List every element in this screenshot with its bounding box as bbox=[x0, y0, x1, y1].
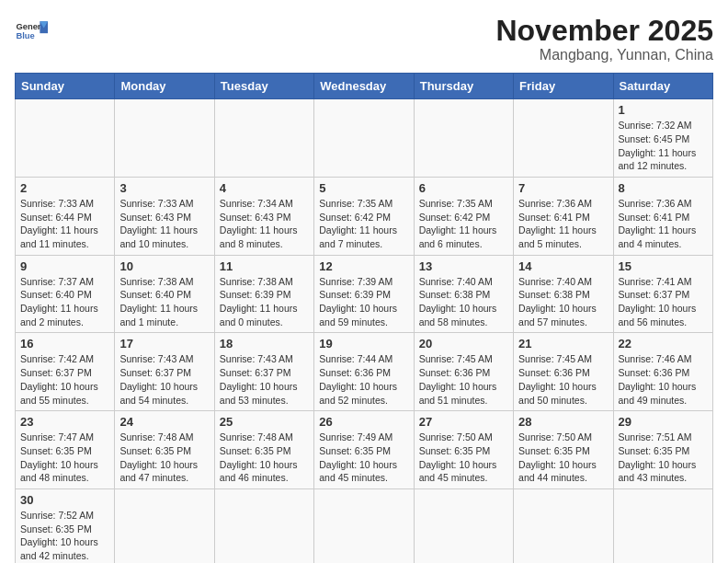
title-block: November 2025 Mangbang, Yunnan, China bbox=[495, 15, 713, 63]
calendar-cell bbox=[314, 488, 414, 563]
calendar-header-row: SundayMondayTuesdayWednesdayThursdayFrid… bbox=[16, 74, 713, 99]
day-number: 14 bbox=[518, 259, 608, 273]
calendar-cell: 6Sunrise: 7:35 AMSunset: 6:42 PMDaylight… bbox=[414, 177, 513, 255]
calendar-cell bbox=[115, 99, 214, 178]
calendar-cell bbox=[115, 488, 214, 563]
day-number: 29 bbox=[619, 415, 708, 429]
calendar-table: SundayMondayTuesdayWednesdayThursdayFrid… bbox=[15, 73, 713, 563]
page-header: General Blue November 2025 Mangbang, Yun… bbox=[15, 15, 713, 63]
calendar-cell: 4Sunrise: 7:34 AMSunset: 6:43 PMDaylight… bbox=[214, 177, 313, 255]
day-number: 24 bbox=[119, 415, 209, 429]
day-number: 2 bbox=[20, 181, 109, 195]
day-info: Sunrise: 7:50 AMSunset: 6:35 PMDaylight:… bbox=[419, 431, 508, 485]
calendar-cell bbox=[414, 99, 513, 178]
calendar-cell bbox=[314, 99, 414, 178]
day-number: 3 bbox=[119, 181, 209, 195]
day-number: 17 bbox=[119, 337, 209, 350]
day-info: Sunrise: 7:48 AMSunset: 6:35 PMDaylight:… bbox=[220, 431, 309, 485]
day-info: Sunrise: 7:33 AMSunset: 6:44 PMDaylight:… bbox=[20, 197, 109, 251]
day-info: Sunrise: 7:46 AMSunset: 6:36 PMDaylight:… bbox=[619, 352, 708, 407]
calendar-cell: 11Sunrise: 7:38 AMSunset: 6:39 PMDayligh… bbox=[214, 255, 313, 333]
day-number: 27 bbox=[419, 415, 508, 429]
day-number: 8 bbox=[619, 181, 708, 195]
calendar-cell: 23Sunrise: 7:47 AMSunset: 6:35 PMDayligh… bbox=[16, 411, 115, 489]
calendar-cell: 20Sunrise: 7:45 AMSunset: 6:36 PMDayligh… bbox=[414, 333, 513, 411]
calendar-cell: 18Sunrise: 7:43 AMSunset: 6:37 PMDayligh… bbox=[214, 333, 313, 411]
day-number: 7 bbox=[518, 181, 608, 195]
calendar-day-header: Wednesday bbox=[314, 74, 414, 99]
day-info: Sunrise: 7:51 AMSunset: 6:35 PMDaylight:… bbox=[619, 431, 708, 485]
calendar-cell: 7Sunrise: 7:36 AMSunset: 6:41 PMDaylight… bbox=[514, 177, 613, 255]
day-info: Sunrise: 7:35 AMSunset: 6:42 PMDaylight:… bbox=[319, 197, 408, 251]
calendar-cell: 12Sunrise: 7:39 AMSunset: 6:39 PMDayligh… bbox=[314, 255, 414, 333]
day-number: 11 bbox=[220, 259, 309, 273]
day-number: 5 bbox=[319, 181, 408, 195]
day-info: Sunrise: 7:45 AMSunset: 6:36 PMDaylight:… bbox=[419, 352, 508, 407]
calendar-cell: 19Sunrise: 7:44 AMSunset: 6:36 PMDayligh… bbox=[314, 333, 414, 411]
day-info: Sunrise: 7:39 AMSunset: 6:39 PMDaylight:… bbox=[319, 275, 408, 329]
calendar-cell: 22Sunrise: 7:46 AMSunset: 6:36 PMDayligh… bbox=[613, 333, 712, 411]
calendar-week-row: 30Sunrise: 7:52 AMSunset: 6:35 PMDayligh… bbox=[16, 488, 713, 563]
calendar-cell bbox=[214, 99, 313, 178]
day-number: 25 bbox=[220, 415, 309, 429]
calendar-week-row: 2Sunrise: 7:33 AMSunset: 6:44 PMDaylight… bbox=[16, 177, 713, 255]
day-info: Sunrise: 7:35 AMSunset: 6:42 PMDaylight:… bbox=[419, 197, 508, 251]
calendar-cell: 28Sunrise: 7:50 AMSunset: 6:35 PMDayligh… bbox=[514, 411, 613, 489]
calendar-cell bbox=[16, 99, 115, 178]
calendar-cell: 16Sunrise: 7:42 AMSunset: 6:37 PMDayligh… bbox=[16, 333, 115, 411]
day-number: 22 bbox=[619, 337, 708, 350]
day-number: 12 bbox=[319, 259, 408, 273]
day-number: 23 bbox=[20, 415, 109, 429]
calendar-cell bbox=[214, 488, 313, 563]
calendar-cell: 26Sunrise: 7:49 AMSunset: 6:35 PMDayligh… bbox=[314, 411, 414, 489]
calendar-week-row: 1Sunrise: 7:32 AMSunset: 6:45 PMDaylight… bbox=[16, 99, 713, 178]
day-info: Sunrise: 7:36 AMSunset: 6:41 PMDaylight:… bbox=[518, 197, 608, 251]
day-info: Sunrise: 7:48 AMSunset: 6:35 PMDaylight:… bbox=[119, 431, 209, 485]
day-info: Sunrise: 7:40 AMSunset: 6:38 PMDaylight:… bbox=[518, 275, 608, 329]
calendar-cell: 14Sunrise: 7:40 AMSunset: 6:38 PMDayligh… bbox=[514, 255, 613, 333]
day-info: Sunrise: 7:49 AMSunset: 6:35 PMDaylight:… bbox=[319, 431, 408, 485]
day-info: Sunrise: 7:38 AMSunset: 6:40 PMDaylight:… bbox=[119, 275, 209, 329]
calendar-day-header: Thursday bbox=[414, 74, 513, 99]
day-info: Sunrise: 7:32 AMSunset: 6:45 PMDaylight:… bbox=[619, 119, 708, 173]
calendar-cell: 30Sunrise: 7:52 AMSunset: 6:35 PMDayligh… bbox=[16, 488, 115, 563]
calendar-cell: 25Sunrise: 7:48 AMSunset: 6:35 PMDayligh… bbox=[214, 411, 313, 489]
calendar-week-row: 16Sunrise: 7:42 AMSunset: 6:37 PMDayligh… bbox=[16, 333, 713, 411]
calendar-day-header: Saturday bbox=[613, 74, 712, 99]
day-number: 16 bbox=[20, 337, 109, 350]
day-number: 26 bbox=[319, 415, 408, 429]
day-info: Sunrise: 7:34 AMSunset: 6:43 PMDaylight:… bbox=[220, 197, 309, 251]
day-info: Sunrise: 7:41 AMSunset: 6:37 PMDaylight:… bbox=[619, 275, 708, 329]
day-info: Sunrise: 7:33 AMSunset: 6:43 PMDaylight:… bbox=[119, 197, 209, 251]
calendar-cell: 9Sunrise: 7:37 AMSunset: 6:40 PMDaylight… bbox=[16, 255, 115, 333]
day-info: Sunrise: 7:37 AMSunset: 6:40 PMDaylight:… bbox=[20, 275, 109, 329]
day-number: 4 bbox=[220, 181, 309, 195]
day-number: 30 bbox=[20, 493, 109, 507]
month-title: November 2025 bbox=[495, 15, 713, 47]
calendar-week-row: 23Sunrise: 7:47 AMSunset: 6:35 PMDayligh… bbox=[16, 411, 713, 489]
day-number: 6 bbox=[419, 181, 508, 195]
day-number: 20 bbox=[419, 337, 508, 350]
calendar-cell bbox=[414, 488, 513, 563]
calendar-cell: 17Sunrise: 7:43 AMSunset: 6:37 PMDayligh… bbox=[115, 333, 214, 411]
day-info: Sunrise: 7:42 AMSunset: 6:37 PMDaylight:… bbox=[20, 352, 109, 407]
day-number: 21 bbox=[518, 337, 608, 350]
svg-text:Blue: Blue bbox=[16, 31, 34, 40]
calendar-cell: 13Sunrise: 7:40 AMSunset: 6:38 PMDayligh… bbox=[414, 255, 513, 333]
calendar-cell: 3Sunrise: 7:33 AMSunset: 6:43 PMDaylight… bbox=[115, 177, 214, 255]
calendar-day-header: Monday bbox=[115, 74, 214, 99]
day-info: Sunrise: 7:44 AMSunset: 6:36 PMDaylight:… bbox=[319, 352, 408, 407]
day-number: 10 bbox=[119, 259, 209, 273]
calendar-week-row: 9Sunrise: 7:37 AMSunset: 6:40 PMDaylight… bbox=[16, 255, 713, 333]
calendar-cell: 15Sunrise: 7:41 AMSunset: 6:37 PMDayligh… bbox=[613, 255, 712, 333]
day-number: 28 bbox=[518, 415, 608, 429]
day-info: Sunrise: 7:52 AMSunset: 6:35 PMDaylight:… bbox=[20, 509, 109, 563]
day-number: 1 bbox=[619, 103, 708, 117]
day-number: 19 bbox=[319, 337, 408, 350]
day-info: Sunrise: 7:36 AMSunset: 6:41 PMDaylight:… bbox=[619, 197, 708, 251]
calendar-cell: 5Sunrise: 7:35 AMSunset: 6:42 PMDaylight… bbox=[314, 177, 414, 255]
day-number: 9 bbox=[20, 259, 109, 273]
calendar-cell: 24Sunrise: 7:48 AMSunset: 6:35 PMDayligh… bbox=[115, 411, 214, 489]
calendar-cell: 21Sunrise: 7:45 AMSunset: 6:36 PMDayligh… bbox=[514, 333, 613, 411]
calendar-day-header: Tuesday bbox=[214, 74, 313, 99]
